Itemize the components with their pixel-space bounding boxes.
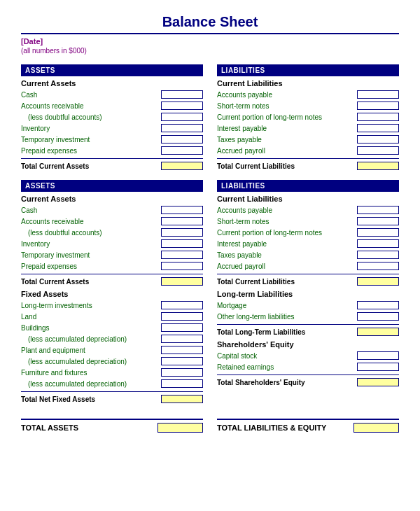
cplt-input-s1[interactable]: [357, 113, 399, 121]
fixed-assets-title: Fixed Assets: [21, 290, 203, 298]
list-item: (less doubtful accounts): [21, 112, 203, 122]
list-item: (less accumulated depreciation): [21, 379, 203, 388]
grand-total-assets: TOTAL ASSETS: [21, 419, 203, 433]
ap-input-s2[interactable]: [357, 206, 399, 214]
prepaid-input-s2[interactable]: [161, 262, 203, 270]
ar-input-s2[interactable]: [161, 217, 203, 225]
land-input[interactable]: [161, 312, 203, 321]
total-current-liabilities-s2-input[interactable]: [357, 277, 399, 286]
cash-input-s2[interactable]: [161, 206, 203, 214]
other-lt-input[interactable]: [357, 312, 399, 321]
list-item: (less accumulated depreciation): [21, 334, 203, 344]
list-item: Taxes payable: [217, 250, 399, 260]
total-current-liabilities-s2: Total Current Liabilities: [217, 277, 399, 286]
furniture-dep-input[interactable]: [161, 379, 203, 388]
total-fixed-assets: Total Net Fixed Assets: [21, 395, 203, 403]
list-item: Land: [21, 312, 203, 321]
shareholders-equity-title: Shareholders' Equity: [217, 340, 399, 349]
int-pay-input-s2[interactable]: [357, 239, 399, 248]
doubtful-input-s1[interactable]: [161, 113, 203, 121]
temp-invest-input-s2[interactable]: [161, 251, 203, 259]
list-item: Mortgage: [217, 300, 399, 310]
grand-total-liabilities-col: TOTAL LIABILITIES & EQUITY: [217, 413, 399, 433]
total-shareholders-equity: Total Shareholders' Equity: [217, 378, 399, 386]
list-item: Other long-term liabilities: [217, 312, 399, 321]
section2-liabilities-header: LIABILITIES: [217, 180, 399, 192]
list-item: Accounts payable: [217, 205, 399, 215]
list-item: Cash: [21, 90, 203, 99]
total-current-assets-s1-input[interactable]: [161, 162, 203, 170]
ar-input-s1[interactable]: [161, 102, 203, 110]
total-shareholders-equity-input[interactable]: [357, 378, 399, 386]
mortgage-input[interactable]: [357, 301, 399, 309]
int-pay-input-s1[interactable]: [357, 124, 399, 132]
list-item: Buildings: [21, 323, 203, 332]
total-current-liabilities-s1-input[interactable]: [357, 162, 399, 170]
accr-pay-input-s2[interactable]: [357, 262, 399, 270]
subtitle: (all numbers in $000): [21, 47, 399, 55]
total-lt-liabilities-input[interactable]: [357, 328, 399, 336]
temp-invest-input-s1[interactable]: [161, 135, 203, 144]
total-current-assets-s2: Total Current Assets: [21, 277, 203, 286]
list-item: Current portion of long-term notes: [217, 112, 399, 122]
list-item: Accounts receivable: [21, 216, 203, 226]
plant-dep-input[interactable]: [161, 357, 203, 365]
total-current-liabilities-s1: Total Current Liabilities: [217, 162, 399, 170]
list-item: Furniture and fixtures: [21, 368, 203, 377]
total-fixed-assets-input[interactable]: [161, 395, 203, 403]
buildings-dep-input[interactable]: [161, 335, 203, 343]
section2-assets-header: ASSETS: [21, 180, 203, 192]
list-item: Cash: [21, 205, 203, 215]
list-item: Interest payable: [217, 239, 399, 248]
stn-input-s2[interactable]: [357, 217, 399, 225]
total-current-assets-s1: Total Current Assets: [21, 162, 203, 170]
list-item: Accounts payable: [217, 90, 399, 99]
grand-total-assets-input[interactable]: [158, 423, 203, 433]
tax-pay-input-s2[interactable]: [357, 251, 399, 259]
retained-earnings-input[interactable]: [357, 363, 399, 371]
list-item: Prepaid expenses: [21, 261, 203, 271]
section1-assets-header: ASSETS: [21, 64, 203, 76]
section2-assets-col: ASSETS Current Assets Cash Accounts rece…: [21, 180, 203, 406]
tax-pay-input-s1[interactable]: [357, 135, 399, 144]
list-item: Accounts receivable: [21, 101, 203, 111]
list-item: Accrued payroll: [217, 261, 399, 271]
list-item: Prepaid expenses: [21, 146, 203, 155]
capital-stock-input[interactable]: [357, 351, 399, 360]
ap-input-s1[interactable]: [357, 90, 399, 99]
date-field: [Date]: [21, 37, 399, 46]
section2-liabilities-col: LIABILITIES Current Liabilities Accounts…: [217, 180, 399, 406]
buildings-input[interactable]: [161, 323, 203, 332]
total-current-assets-s2-input[interactable]: [161, 277, 203, 286]
list-item: Capital stock: [217, 351, 399, 360]
lt-invest-input[interactable]: [161, 301, 203, 309]
grand-total-liabilities-input[interactable]: [354, 423, 399, 433]
list-item: Plant and equipment: [21, 345, 203, 355]
list-item: Accrued payroll: [217, 146, 399, 155]
list-item: (less accumulated depreciation): [21, 356, 203, 366]
grand-total-assets-col: TOTAL ASSETS: [21, 413, 203, 433]
long-term-liabilities-title: Long-term Liabilities: [217, 290, 399, 298]
furniture-input[interactable]: [161, 368, 203, 377]
section2: ASSETS Current Assets Cash Accounts rece…: [21, 180, 399, 406]
section2-current-liabilities-title: Current Liabilities: [217, 195, 399, 203]
page-title: Balance Sheet: [21, 14, 399, 34]
doubtful-input-s2[interactable]: [161, 228, 203, 237]
list-item: Current portion of long-term notes: [217, 227, 399, 237]
stn-input-s1[interactable]: [357, 102, 399, 110]
list-item: Inventory: [21, 123, 203, 133]
grand-total-liabilities: TOTAL LIABILITIES & EQUITY: [217, 419, 399, 433]
list-item: Retained earnings: [217, 362, 399, 372]
list-item: Short-term notes: [217, 216, 399, 226]
section1-liabilities-col: LIABILITIES Current Liabilities Accounts…: [217, 64, 399, 173]
list-item: Taxes payable: [217, 134, 399, 144]
plant-input[interactable]: [161, 346, 203, 354]
inventory-input-s1[interactable]: [161, 124, 203, 132]
cplt-input-s2[interactable]: [357, 228, 399, 237]
prepaid-input-s1[interactable]: [161, 146, 203, 155]
cash-input-s1[interactable]: [161, 90, 203, 99]
inventory-input-s2[interactable]: [161, 239, 203, 248]
list-item: Interest payable: [217, 123, 399, 133]
accr-pay-input-s1[interactable]: [357, 146, 399, 155]
list-item: Temporary investment: [21, 250, 203, 260]
